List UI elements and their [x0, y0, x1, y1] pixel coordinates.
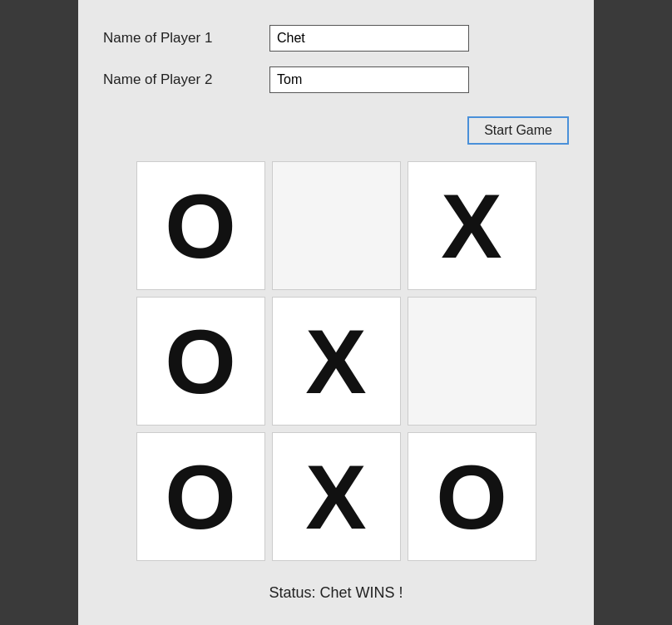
- cell-7[interactable]: X: [272, 432, 401, 561]
- start-game-button[interactable]: Start Game: [467, 116, 569, 145]
- player2-label: Name of Player 2: [103, 71, 269, 88]
- player1-row: Name of Player 1: [103, 25, 569, 52]
- cell-3[interactable]: O: [136, 297, 265, 426]
- player2-row: Name of Player 2: [103, 66, 569, 93]
- start-game-row: Start Game: [103, 116, 569, 145]
- player1-label: Name of Player 1: [103, 30, 269, 47]
- cell-6[interactable]: O: [136, 432, 265, 561]
- cell-4[interactable]: X: [272, 297, 401, 426]
- cell-1[interactable]: [272, 161, 401, 290]
- cell-5[interactable]: [408, 297, 536, 426]
- player2-input[interactable]: [269, 66, 469, 93]
- cell-8[interactable]: O: [408, 432, 536, 561]
- cell-2[interactable]: X: [408, 161, 536, 290]
- form-section: Name of Player 1 Name of Player 2: [103, 17, 569, 116]
- game-board: OXOXOXO: [136, 161, 536, 561]
- cell-0[interactable]: O: [136, 161, 265, 290]
- status-bar: Status: Chet WINS !: [269, 584, 403, 602]
- app-container: Name of Player 1 Name of Player 2 Start …: [78, 0, 594, 625]
- player1-input[interactable]: [269, 25, 469, 52]
